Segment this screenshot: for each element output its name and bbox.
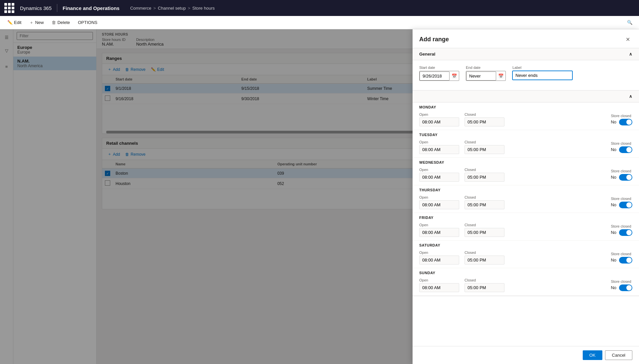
- wednesday-open-field: Open: [419, 168, 459, 182]
- saturday-closed-input[interactable]: [465, 256, 504, 265]
- brand-name: Dynamics 365: [20, 5, 52, 11]
- delete-button[interactable]: 🗑 Delete: [48, 19, 73, 26]
- tuesday-store-closed-value: No: [611, 147, 616, 152]
- search-icon: 🔍: [627, 20, 633, 25]
- sunday-open-field: Open: [419, 278, 459, 292]
- thursday-open-input[interactable]: [419, 200, 459, 209]
- friday-closed-input[interactable]: [465, 228, 504, 237]
- start-date-input-wrap[interactable]: 📅: [419, 71, 459, 81]
- sunday-open-input[interactable]: [419, 283, 459, 292]
- label-input[interactable]: [512, 71, 572, 80]
- sunday-store-closed-toggle[interactable]: [619, 284, 632, 291]
- end-date-input[interactable]: [466, 72, 496, 81]
- friday-open-field: Open: [419, 223, 459, 237]
- app-name: Finance and Operations: [63, 5, 120, 11]
- saturday-store-closed-toggle[interactable]: [619, 257, 632, 264]
- wednesday-closed-field: Closed: [465, 168, 504, 182]
- monday-open-field: Open: [419, 112, 459, 126]
- friday-store-closed-toggle[interactable]: [619, 229, 632, 236]
- day-row-friday: Open Closed Store closed No: [413, 221, 639, 241]
- day-row-wednesday: Open Closed Store closed No: [413, 166, 639, 185]
- day-label-sunday: SUNDAY: [413, 268, 639, 276]
- sunday-store-closed-field: Store closed No: [611, 279, 632, 291]
- general-section-label: General: [419, 52, 435, 57]
- dialog-general-section: General ∧ Start date 📅 End dat: [413, 48, 639, 91]
- tuesday-store-closed-toggle[interactable]: [619, 146, 632, 153]
- label-field: Label: [512, 66, 572, 81]
- monday-store-closed-toggle[interactable]: [619, 119, 632, 125]
- thursday-store-closed-toggle[interactable]: [619, 202, 632, 208]
- dialog-body: General ∧ Start date 📅 End dat: [413, 48, 639, 346]
- dialog-header: Add range ✕: [413, 29, 639, 48]
- sunday-store-closed-value: No: [611, 285, 616, 290]
- day-label-wednesday: WEDNESDAY: [413, 158, 639, 166]
- days-collapse-icon: ∧: [629, 94, 632, 99]
- tuesday-open-field: Open: [419, 140, 459, 154]
- start-date-calendar-button[interactable]: 📅: [450, 71, 459, 81]
- monday-open-input[interactable]: [419, 117, 459, 126]
- tuesday-closed-field: Closed: [465, 140, 504, 154]
- saturday-closed-field: Closed: [465, 251, 504, 265]
- end-date-input-wrap[interactable]: 📅: [466, 71, 506, 81]
- dialog-general-section-header[interactable]: General ∧: [413, 48, 639, 60]
- thursday-store-closed-value: No: [611, 202, 616, 207]
- cancel-button[interactable]: Cancel: [605, 350, 632, 360]
- start-date-field: Start date 📅: [419, 66, 459, 81]
- end-date-field: End date 📅: [466, 66, 506, 81]
- day-wednesday: WEDNESDAY Open Closed Store closed No: [413, 158, 639, 185]
- friday-closed-field: Closed: [465, 223, 504, 237]
- day-row-sunday: Open Closed Store closed No: [413, 276, 639, 296]
- day-label-saturday: SATURDAY: [413, 241, 639, 249]
- wednesday-open-input[interactable]: [419, 173, 459, 182]
- day-friday: FRIDAY Open Closed Store closed No: [413, 213, 639, 241]
- day-sunday: SUNDAY Open Closed Store closed No: [413, 268, 639, 296]
- tuesday-open-input[interactable]: [419, 145, 459, 154]
- new-button[interactable]: ＋ New: [26, 18, 47, 27]
- day-label-thursday: THURSDAY: [413, 185, 639, 193]
- tuesday-store-closed-field: Store closed No: [611, 141, 632, 153]
- monday-closed-input[interactable]: [465, 117, 504, 126]
- edit-icon: ✏️: [7, 20, 13, 25]
- friday-open-input[interactable]: [419, 228, 459, 237]
- dialog-days-section-header[interactable]: ∧: [413, 91, 639, 102]
- wednesday-store-closed-field: Store closed No: [611, 169, 632, 181]
- wednesday-closed-input[interactable]: [465, 173, 504, 182]
- delete-icon: 🗑: [52, 20, 56, 25]
- search-button[interactable]: 🔍: [624, 18, 635, 27]
- thursday-open-field: Open: [419, 195, 459, 209]
- ok-button[interactable]: OK: [583, 350, 602, 360]
- thursday-closed-input[interactable]: [465, 200, 504, 209]
- breadcrumb-channel-setup[interactable]: Channel setup: [158, 6, 186, 11]
- saturday-store-closed-field: Store closed No: [611, 252, 632, 264]
- dialog-days-section: ∧ MONDAY Open Closed Store closed No T: [413, 91, 639, 296]
- day-tuesday: TUESDAY Open Closed Store closed No: [413, 130, 639, 158]
- dialog-general-content: Start date 📅 End date 📅: [413, 60, 639, 90]
- breadcrumb-commerce[interactable]: Commerce: [130, 6, 152, 11]
- friday-store-closed-field: Store closed No: [611, 224, 632, 236]
- start-date-input[interactable]: [420, 72, 450, 81]
- monday-store-closed-field: Store closed No: [611, 114, 632, 125]
- breadcrumb-store-hours[interactable]: Store hours: [192, 6, 215, 11]
- tuesday-closed-input[interactable]: [465, 145, 504, 154]
- thursday-closed-field: Closed: [465, 195, 504, 209]
- day-row-thursday: Open Closed Store closed No: [413, 193, 639, 213]
- day-monday: MONDAY Open Closed Store closed No: [413, 102, 639, 130]
- end-date-calendar-button[interactable]: 📅: [496, 71, 505, 81]
- dialog-close-button[interactable]: ✕: [623, 35, 632, 44]
- breadcrumb: Commerce > Channel setup > Store hours: [130, 6, 215, 11]
- dialog-title: Add range: [419, 36, 449, 43]
- edit-button[interactable]: ✏️ Edit: [4, 19, 25, 26]
- day-row-saturday: Open Closed Store closed No: [413, 249, 639, 268]
- date-form-row: Start date 📅 End date 📅: [419, 66, 632, 81]
- thursday-store-closed-field: Store closed No: [611, 197, 632, 208]
- nav-divider: [57, 4, 57, 12]
- sunday-closed-field: Closed: [465, 278, 504, 292]
- dialog-footer: OK Cancel: [413, 346, 639, 364]
- apps-menu-button[interactable]: [4, 3, 15, 13]
- wednesday-store-closed-value: No: [611, 175, 616, 180]
- saturday-open-input[interactable]: [419, 256, 459, 265]
- options-button[interactable]: OPTIONS: [75, 19, 101, 26]
- days-container: MONDAY Open Closed Store closed No TUESD…: [413, 102, 639, 296]
- wednesday-store-closed-toggle[interactable]: [619, 174, 632, 181]
- sunday-closed-input[interactable]: [465, 283, 504, 292]
